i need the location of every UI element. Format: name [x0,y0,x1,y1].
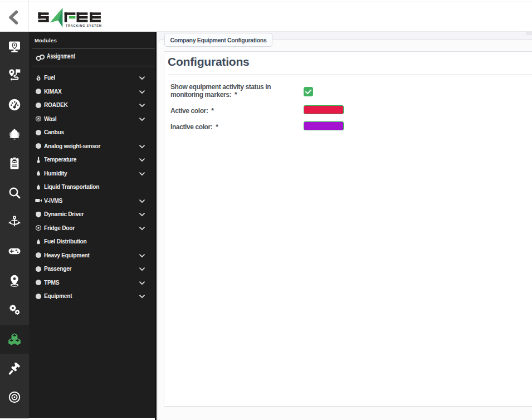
svg-text:TRACKING SYSTEM: TRACKING SYSTEM [66,24,102,27]
